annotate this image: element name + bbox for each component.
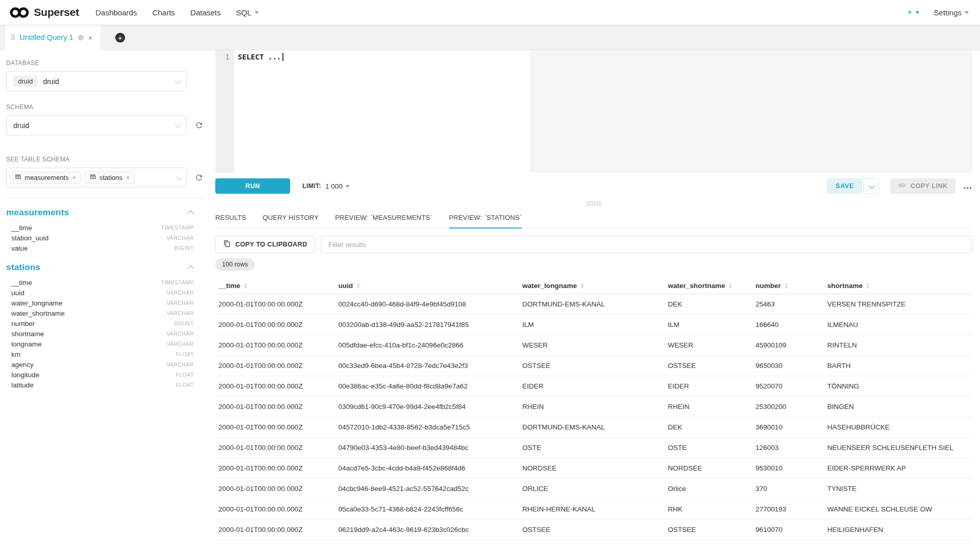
table-cell: WESER (519, 335, 665, 356)
column-row: latitudeFLOAT (6, 380, 204, 390)
link-icon (898, 181, 906, 191)
sort-icon[interactable] (729, 283, 732, 289)
nav-item-dashboards[interactable]: Dashboards (95, 8, 137, 17)
table-cell: TÖNNING (824, 376, 972, 397)
tab-results[interactable]: RESULTS (215, 208, 246, 228)
tab-untitled-query-1[interactable]: Untitled Query 1 × (5, 25, 101, 50)
table-cell: ILMENAU (824, 315, 972, 335)
table-cell: 003200ab-d138-49d9-aa52-217817941f85 (335, 315, 519, 335)
table-schema-label: SEE TABLE SCHEMA (6, 156, 204, 163)
table-cell: 2000-01-01T00:00:00.000Z (215, 520, 335, 540)
table-section-header[interactable]: measurements (6, 208, 204, 218)
save-dropdown-button[interactable] (863, 178, 879, 194)
column-header-number[interactable]: number (752, 278, 824, 294)
column-type: VARCHAR (167, 361, 194, 367)
column-name: water_longname (11, 299, 63, 307)
table-cell: TYNISTE (824, 479, 972, 499)
column-name: agency (11, 361, 34, 368)
brand-title[interactable]: Superset (34, 6, 79, 18)
add-tab-button[interactable]: + (115, 33, 125, 43)
text-cursor (282, 53, 283, 61)
limit-dropdown[interactable]: LIMIT: 1 000 (302, 182, 350, 190)
table-cell: EIDER-SPERRWERK AP (824, 458, 972, 479)
copy-link-button[interactable]: COPY LINK (890, 178, 955, 194)
table-row: 2000-01-01T00:00:00.000Z04acd7e5-3cbc-4c… (215, 458, 972, 479)
column-header-water-longname[interactable]: water_longname (519, 278, 665, 294)
table-cell: OSTE (519, 438, 665, 458)
column-name: latitude (11, 381, 34, 389)
table-cell: 9520070 (752, 376, 824, 397)
close-icon[interactable]: × (72, 175, 76, 181)
table-cell: BINGEN (824, 397, 972, 417)
close-icon[interactable]: × (126, 175, 130, 181)
table-cell: RHEIN (519, 397, 665, 417)
table-section-header[interactable]: stations (6, 262, 204, 273)
chevron-down-icon (175, 121, 181, 128)
chevron-down-icon (255, 11, 259, 14)
main-nav: DashboardsChartsDatasetsSQL (95, 8, 274, 17)
nav-item-charts[interactable]: Charts (152, 8, 175, 17)
refresh-icon[interactable] (194, 173, 204, 182)
nav-item-sql[interactable]: SQL (236, 8, 259, 17)
database-label: DATABASE (6, 59, 204, 67)
table-cell: 2000-01-01T00:00:00.000Z (215, 335, 335, 356)
column-row: uuidVARCHAR (6, 288, 204, 298)
refresh-icon[interactable] (194, 121, 204, 130)
copy-to-clipboard-button[interactable]: COPY TO CLIPBOARD (215, 236, 315, 253)
table-cell: 2000-01-01T00:00:00.000Z (215, 499, 335, 520)
more-menu[interactable]: ... (964, 181, 972, 191)
settings-menu[interactable]: Settings (934, 8, 969, 17)
column-name: value (11, 244, 28, 252)
table-cell: Orlice (665, 479, 752, 499)
table-cell: 2000-01-01T00:00:00.000Z (215, 315, 335, 335)
chevron-down-icon (176, 174, 183, 180)
column-header-uuid[interactable]: uuid (335, 278, 519, 294)
results-table: __timeuuidwater_longnamewater_shortnamen… (215, 278, 972, 540)
column-header-water-shortname[interactable]: water_shortname (665, 278, 752, 294)
tab-preview-stations[interactable]: PREVIEW: `STATIONS` (449, 208, 522, 228)
sort-icon[interactable] (357, 283, 360, 289)
table-row: 2000-01-01T00:00:00.000Z005dfdae-efcc-41… (215, 335, 972, 356)
column-header-time[interactable]: __time (215, 278, 335, 294)
table-row: 2000-01-01T00:00:00.000Z0024cc40-d690-46… (215, 294, 972, 315)
copy-link-label: COPY LINK (910, 182, 947, 190)
nav-item-datasets[interactable]: Datasets (190, 8, 220, 17)
table-tag-stations[interactable]: stations× (85, 171, 135, 184)
column-name: km (11, 351, 21, 358)
schema-select[interactable]: druid (6, 115, 187, 135)
column-row: agencyVARCHAR (6, 359, 204, 370)
tab-preview-measurements[interactable]: PREVIEW: `MEASUREMENTS` (335, 208, 433, 228)
divider (6, 198, 204, 198)
pane-resize-handle[interactable] (215, 199, 972, 208)
chevron-up-icon (188, 210, 194, 217)
table-icon (90, 174, 96, 181)
settings-label: Settings (934, 8, 962, 17)
database-value: druid (43, 77, 59, 86)
sort-icon[interactable] (785, 283, 788, 289)
table-cell: 2000-01-01T00:00:00.000Z (215, 397, 335, 417)
sql-editor[interactable]: 1 SELECT ... (215, 50, 972, 173)
run-button[interactable]: RUN (215, 178, 290, 194)
column-header-shortname[interactable]: shortname (824, 278, 972, 294)
close-icon[interactable]: × (88, 34, 93, 42)
sort-icon[interactable] (581, 283, 584, 289)
sort-icon[interactable] (244, 283, 247, 289)
save-button[interactable]: SAVE (827, 178, 862, 194)
table-cell: ILM (665, 315, 752, 335)
tab-label: Untitled Query 1 (19, 33, 73, 42)
database-select[interactable]: druid druid (6, 71, 187, 91)
tab-query-history[interactable]: QUERY HISTORY (262, 208, 318, 228)
table-row: 2000-01-01T00:00:00.000Z0309cd61-90c9-47… (215, 397, 972, 417)
table-select[interactable]: measurements×stations× (6, 168, 187, 188)
new-dropdown[interactable]: + (907, 7, 920, 17)
line-number-gutter: 1 (215, 50, 234, 173)
table-row: 2000-01-01T00:00:00.000Z04790e03-4353-4e… (215, 438, 972, 458)
table-row: 2000-01-01T00:00:00.000Z00c33ed9-6bea-45… (215, 356, 972, 376)
sort-icon[interactable] (866, 283, 869, 289)
table-cell: NEUENSEER SCHLEUSENFLETH SIEL (824, 438, 972, 458)
column-row: __timeTIMESTAMP (6, 277, 204, 288)
filter-results-input[interactable] (321, 236, 972, 253)
table-tag-measurements[interactable]: measurements× (10, 171, 81, 184)
column-row: kmFLOAT (6, 349, 204, 359)
superset-logo-icon[interactable] (9, 6, 30, 19)
